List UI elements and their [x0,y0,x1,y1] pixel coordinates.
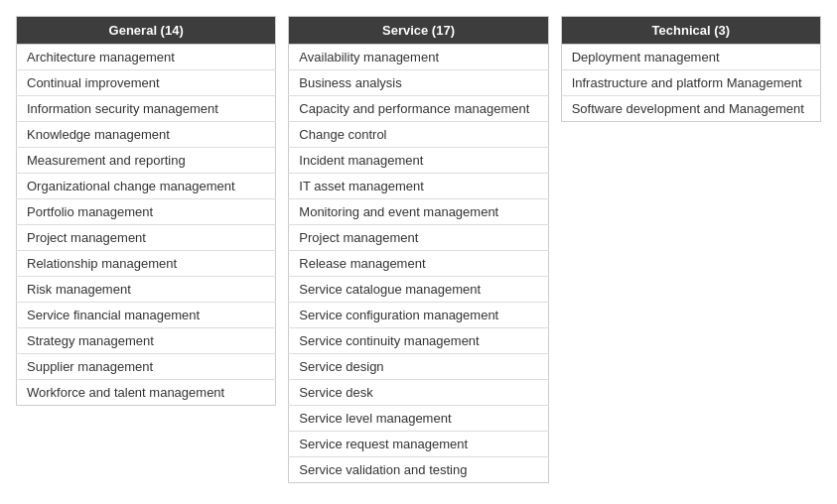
list-item: Deployment management [561,45,820,70]
general-item: Strategy management [17,328,276,354]
list-item: Knowledge management [17,122,276,148]
list-item: Workforce and talent management [17,380,276,406]
list-item: Relationship management [17,251,276,277]
list-item: Service financial management [17,303,276,328]
service-item: Project management [289,225,548,251]
service-item: Service configuration management [289,303,548,328]
general-item: Risk management [17,277,276,303]
general-item: Workforce and talent management [17,380,276,406]
list-item: Service validation and testing [289,457,548,483]
technical-item: Software development and Management [561,96,820,122]
general-item: Supplier management [17,354,276,380]
general-table: General (14) Architecture managementCont… [16,16,276,406]
general-item: Architecture management [17,45,276,70]
list-item: Service configuration management [289,303,548,328]
service-item: Service validation and testing [289,457,548,483]
list-item: Architecture management [17,45,276,70]
service-item: Service desk [289,380,548,406]
service-item: IT asset management [289,174,548,199]
list-item: Software development and Management [561,96,820,122]
service-table: Service (17) Availability managementBusi… [288,16,548,483]
technical-item: Infrastructure and platform Management [561,70,820,96]
service-item: Service design [289,354,548,380]
list-item: Release management [289,251,548,277]
list-item: Service request management [289,432,548,457]
technical-table: Technical (3) Deployment managementInfra… [561,16,821,122]
list-item: Change control [289,122,548,148]
list-item: Information security management [17,96,276,122]
list-item: Portfolio management [17,199,276,225]
list-item: Availability management [289,45,548,70]
list-item: Continual improvement [17,70,276,96]
general-item: Measurement and reporting [17,148,276,174]
list-item: Service continuity management [289,328,548,354]
list-item: Incident management [289,148,548,174]
general-item: Portfolio management [17,199,276,225]
general-header: General (14) [17,17,276,45]
list-item: Supplier management [17,354,276,380]
general-item: Project management [17,225,276,251]
service-item: Service request management [289,432,548,457]
list-item: Infrastructure and platform Management [561,70,820,96]
service-item: Service catalogue management [289,277,548,303]
list-item: Capacity and performance management [289,96,548,122]
general-item: Continual improvement [17,70,276,96]
list-item: Monitoring and event management [289,199,548,225]
general-item: Relationship management [17,251,276,277]
list-item: Organizational change management [17,174,276,199]
general-item: Service financial management [17,303,276,328]
service-item: Availability management [289,45,548,70]
service-item: Change control [289,122,548,148]
list-item: IT asset management [289,174,548,199]
list-item: Service design [289,354,548,380]
tables-container: General (14) Architecture managementCont… [16,16,821,483]
list-item: Project management [289,225,548,251]
service-item: Service level management [289,406,548,432]
list-item: Measurement and reporting [17,148,276,174]
service-header: Service (17) [289,17,548,45]
service-item: Business analysis [289,70,548,96]
general-item: Knowledge management [17,122,276,148]
list-item: Service catalogue management [289,277,548,303]
technical-item: Deployment management [561,45,820,70]
general-item: Information security management [17,96,276,122]
technical-header: Technical (3) [561,17,820,45]
list-item: Service level management [289,406,548,432]
list-item: Project management [17,225,276,251]
service-item: Release management [289,251,548,277]
list-item: Business analysis [289,70,548,96]
service-item: Monitoring and event management [289,199,548,225]
service-item: Incident management [289,148,548,174]
list-item: Risk management [17,277,276,303]
list-item: Service desk [289,380,548,406]
service-item: Service continuity management [289,328,548,354]
general-item: Organizational change management [17,174,276,199]
list-item: Strategy management [17,328,276,354]
service-item: Capacity and performance management [289,96,548,122]
